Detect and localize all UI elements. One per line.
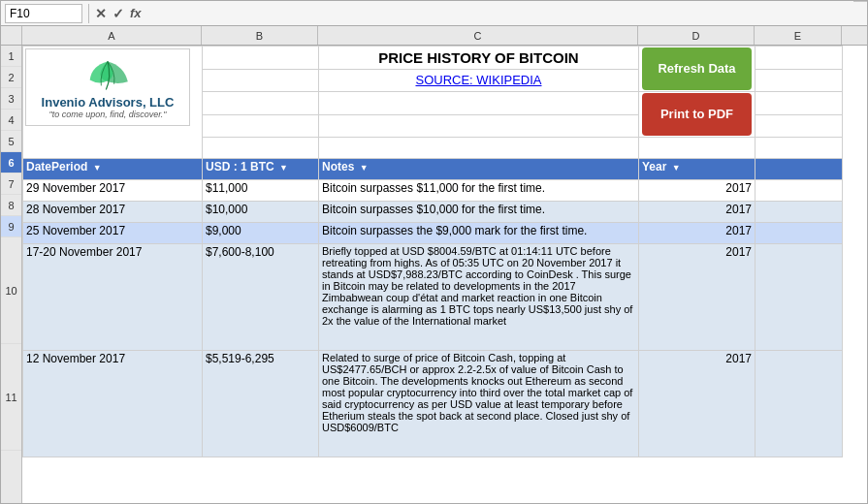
cell-year-r11: 2017: [639, 351, 755, 457]
cell-e3: [755, 92, 843, 115]
cell-e-r7: [755, 180, 843, 202]
formula-separator: [88, 4, 89, 23]
cell-e2: [755, 69, 843, 92]
cell-b3: [203, 92, 319, 115]
cell-ref-input[interactable]: [5, 4, 82, 23]
cancel-icon[interactable]: ✕: [95, 6, 107, 21]
table-row: 25 November 2017 $9,000 Bitcoin surpasse…: [23, 223, 843, 244]
print-button[interactable]: Print to PDF: [642, 93, 752, 136]
row-num-col-header: [1, 26, 22, 45]
cell-date-r8: 28 November 2017: [23, 202, 203, 223]
cell-date-r7: 29 November 2017: [23, 180, 203, 202]
cell-usd-r11: $5,519-6,295: [203, 351, 319, 457]
row-num-4: 4: [1, 110, 21, 131]
row-num-3: 3: [1, 88, 21, 110]
row-num-10: 10: [1, 237, 21, 344]
cell-b4: [203, 114, 319, 138]
cell-notes-r9: Bitcoin surpasses the $9,000 mark for th…: [319, 223, 639, 244]
usd-filter-icon[interactable]: ▼: [279, 163, 288, 173]
table-row: 28 November 2017 $10,000 Bitcoin surpass…: [23, 202, 843, 223]
cell-date-r9: 25 November 2017: [23, 223, 203, 244]
cell-year-r10: 2017: [639, 244, 755, 351]
date-filter-icon[interactable]: ▼: [93, 163, 102, 173]
logo-tagline: "to come upon, find, discover.": [48, 110, 166, 119]
cell-usd-r10: $7,600-8,100: [203, 244, 319, 351]
cell-e5: [755, 138, 843, 159]
logo-company-name: Invenio Advisors, LLC: [42, 95, 175, 110]
col-header-c[interactable]: C: [318, 26, 638, 45]
row-num-7: 7: [1, 173, 21, 195]
col-header-a[interactable]: A: [22, 26, 202, 45]
cell-c1: PRICE HISTORY OF BITCOIN: [319, 47, 639, 70]
grid-body: 1 2 3 4 5 6 7 8 9 10 11: [1, 46, 867, 503]
row-num-11: 11: [1, 344, 21, 451]
col-header-b[interactable]: B: [202, 26, 318, 45]
cell-e-r10: [755, 244, 843, 351]
cell-c3: [319, 92, 639, 115]
cell-c2: SOURCE: WIKIPEDIA: [319, 69, 639, 92]
formula-icons: ✕ ✓ fx: [95, 6, 142, 21]
logo-svg: [83, 56, 132, 95]
sheet-title: PRICE HISTORY OF BITCOIN: [378, 49, 578, 66]
row-1: Invenio Advisors, LLC "to come upon, fin…: [23, 47, 843, 70]
source-link[interactable]: SOURCE: WIKIPEDIA: [415, 73, 541, 87]
row-numbers: 1 2 3 4 5 6 7 8 9 10 11: [1, 46, 22, 503]
col-usd-header[interactable]: USD : 1 BTC ▼: [203, 159, 319, 180]
row-num-5: 5: [1, 131, 21, 152]
col-header-d[interactable]: D: [638, 26, 755, 45]
cell-year-r8: 2017: [639, 202, 755, 223]
col-headers: A B C D E: [1, 26, 867, 46]
cell-c5: [319, 138, 639, 159]
row-num-8: 8: [1, 195, 21, 216]
notes-filter-icon[interactable]: ▼: [360, 163, 369, 173]
formula-bar: ✕ ✓ fx: [1, 1, 867, 26]
cell-b1: [203, 47, 319, 70]
cell-e4: [755, 114, 843, 138]
cell-year-r9: 2017: [639, 223, 755, 244]
cell-c4: [319, 114, 639, 138]
cell-b2: [203, 69, 319, 92]
cell-notes-r8: Bitcoin surpasses $10,000 for the first …: [319, 202, 639, 223]
cell-e1: [755, 47, 843, 70]
table-header-row: DatePeriod ▼ USD : 1 BTC ▼ Notes ▼ Year …: [23, 159, 843, 180]
cell-e-r9: [755, 223, 843, 244]
grid: Invenio Advisors, LLC "to come upon, fin…: [22, 46, 867, 503]
cell-notes-r10: Briefly topped at USD $8004.59/BTC at 01…: [319, 244, 639, 351]
row-num-2: 2: [1, 67, 21, 88]
cell-date-r10: 17-20 November 2017: [23, 244, 203, 351]
table-row: 29 November 2017 $11,000 Bitcoin surpass…: [23, 180, 843, 202]
col-date-header[interactable]: DatePeriod ▼: [23, 159, 203, 180]
row-num-9: 9: [1, 216, 21, 237]
row-num-1: 1: [1, 46, 21, 67]
confirm-icon[interactable]: ✓: [113, 6, 124, 21]
table-row: 12 November 2017 $5,519-6,295 Related to…: [23, 351, 843, 457]
table-row: 17-20 November 2017 $7,600-8,100 Briefly…: [23, 244, 843, 351]
cell-notes-r11: Related to surge of price of Bitcoin Cas…: [319, 351, 639, 457]
cell-e-r11: [755, 351, 843, 457]
cell-notes-r7: Bitcoin surpasses $11,000 for the first …: [319, 180, 639, 202]
refresh-button[interactable]: Refresh Data: [642, 47, 752, 90]
cell-year-r7: 2017: [639, 180, 755, 202]
spreadsheet: ✕ ✓ fx A B C D E 1 2 3 4 5 6 7 8 9 10 11: [0, 0, 868, 504]
logo-box: Invenio Advisors, LLC "to come upon, fin…: [25, 48, 190, 126]
col-e-header: [755, 159, 843, 180]
cell-a1: Invenio Advisors, LLC "to come upon, fin…: [23, 47, 203, 159]
row-num-6: 6: [1, 152, 21, 173]
cell-date-r11: 12 November 2017: [23, 351, 203, 457]
col-year-header[interactable]: Year ▼: [639, 159, 755, 180]
sheet-table: Invenio Advisors, LLC "to come upon, fin…: [22, 46, 843, 457]
cell-d3: Print to PDF: [639, 92, 755, 138]
col-header-e[interactable]: E: [755, 26, 842, 45]
cell-usd-r9: $9,000: [203, 223, 319, 244]
col-notes-header[interactable]: Notes ▼: [319, 159, 639, 180]
cell-usd-r8: $10,000: [203, 202, 319, 223]
cell-d5: [639, 138, 755, 159]
cell-d1: Refresh Data: [639, 47, 755, 92]
fx-icon[interactable]: fx: [130, 6, 142, 20]
cell-e-r8: [755, 202, 843, 223]
cell-b5: [203, 138, 319, 159]
year-filter-icon[interactable]: ▼: [672, 163, 681, 173]
cell-usd-r7: $11,000: [203, 180, 319, 202]
